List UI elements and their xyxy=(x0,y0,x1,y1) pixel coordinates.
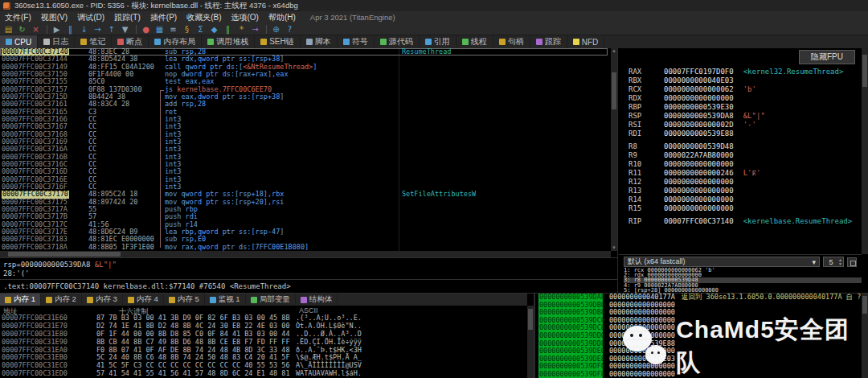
menu-item[interactable]: 跟踪(T) xyxy=(109,11,145,23)
register-row-rcx[interactable]: RCX0000000000000062'b' xyxy=(619,85,862,94)
titlebar: 360se13.1.6050.exe - PID: 5356 - 模块: ker… xyxy=(0,0,868,11)
menu-item[interactable]: 选项(O) xyxy=(226,11,263,23)
tab-struct[interactable]: 结构体 xyxy=(296,294,338,306)
register-row-r14[interactable]: R140000000000000000 xyxy=(619,195,862,204)
register-row-r11[interactable]: R110000000000000246L'Ɇ' xyxy=(619,169,862,178)
step-into-icon[interactable]: ↓ xyxy=(78,24,90,35)
handles-icon[interactable]: * xyxy=(235,24,248,35)
trace-icon[interactable]: → xyxy=(249,24,261,35)
threads-icon[interactable]: ‖ xyxy=(222,24,234,35)
tab-call-stack[interactable]: 调用堆栈 xyxy=(202,35,255,48)
disasm-vscroll-thumb[interactable] xyxy=(612,72,616,109)
register-row-r10[interactable]: R100000000000000000 xyxy=(619,160,862,169)
callconv-arg-row[interactable]: 5: [rsp+28] 0000000000000000 xyxy=(624,288,862,293)
scroll-up-icon[interactable]: ▲ xyxy=(611,48,617,54)
menu-item[interactable]: 收藏夹(B) xyxy=(182,11,226,23)
tab-notes[interactable]: 笔记 xyxy=(75,35,112,48)
pause-icon[interactable]: ‖ xyxy=(64,24,76,35)
dump-vscrollbar[interactable] xyxy=(527,306,534,378)
register-row-rsi[interactable]: RSI000000000000002D'-' xyxy=(619,121,862,129)
menu-item[interactable]: 插件(P) xyxy=(145,11,182,23)
callconv-selected: 默认 (x64 fastcall) xyxy=(628,257,686,267)
nfd-icon xyxy=(573,39,579,45)
stepper-arrows-icon[interactable]: ▲▼ xyxy=(838,258,843,266)
cpu-icon xyxy=(6,39,12,45)
tab-memory-1[interactable]: 内存 1 xyxy=(0,294,41,306)
stack-vscrollbar[interactable] xyxy=(862,294,868,378)
settings-icon[interactable]: ⊕ xyxy=(270,24,282,35)
lock-icon[interactable] xyxy=(847,257,857,267)
trace-icon xyxy=(536,39,542,45)
tab-memory-map[interactable]: 内存布局 xyxy=(149,35,202,48)
run-icon[interactable]: ▶ xyxy=(51,24,63,35)
stack-vscroll-thumb[interactable] xyxy=(862,296,867,314)
tab-script[interactable]: 脚本 xyxy=(301,35,338,48)
breakpoints-icon[interactable]: ● xyxy=(140,24,152,35)
menu-item[interactable]: 视图(V) xyxy=(36,11,72,23)
open-file-icon[interactable]: ▤ xyxy=(2,24,14,35)
register-row-rsp[interactable]: RSP0000000000539DA8&L"|" xyxy=(619,112,862,121)
disasm-row[interactable]: 00007FFC00C3718A48:8B05 1F3F1E00mov rax,… xyxy=(0,244,608,251)
stop-icon[interactable]: × xyxy=(30,24,42,35)
dump-row[interactable]: 00007FFC00C31ED057 41 54 41 55 41 56 41 … xyxy=(0,370,527,378)
tab-cpu[interactable]: CPU xyxy=(0,35,38,48)
tab-trace[interactable]: 跟踪 xyxy=(530,35,567,48)
tab-memory-3[interactable]: 内存 3 xyxy=(82,294,123,306)
arg-count-stepper[interactable]: 5 ▲▼ xyxy=(823,257,844,267)
info-line-address: .text:00007FFC00C37140 kernelbase.dll:$7… xyxy=(3,282,291,290)
script-icon[interactable]: § xyxy=(181,24,193,35)
step-over-icon[interactable]: → xyxy=(92,24,104,35)
run-to-user-code-icon[interactable]: ▼ xyxy=(119,24,131,35)
help-icon[interactable]: ? xyxy=(284,24,296,35)
tab-nfd[interactable]: NFD xyxy=(567,35,605,48)
restart-icon[interactable]: ↻ xyxy=(16,24,28,35)
register-vscroll-thumb[interactable] xyxy=(862,55,867,87)
tab-memory-2[interactable]: 内存 2 xyxy=(41,294,82,306)
register-pane: 隐藏FPU RAX00007FFC0197D0F0<kernel32.Resum… xyxy=(619,48,862,254)
tab-references[interactable]: 引用 xyxy=(420,35,457,48)
tab-source[interactable]: 源代码 xyxy=(375,35,420,48)
memory-4-icon xyxy=(128,297,134,303)
references-icon[interactable]: ◆ xyxy=(208,24,220,35)
disasm-hscroll-thumb[interactable] xyxy=(8,252,121,257)
symbols-icon[interactable]: Σ xyxy=(194,24,207,35)
stack-row[interactable]: 0000000000539DF80000000000000000 xyxy=(537,371,862,378)
call-stack-icon[interactable]: ≡ xyxy=(167,24,179,35)
register-row-r8[interactable]: R80000000000539D48 xyxy=(619,142,862,151)
tab-breakpoints[interactable]: 断点 xyxy=(112,35,149,48)
info-line-rsp: rsp=0000000000539DA8 &L"|" xyxy=(3,261,117,269)
menu-item[interactable]: 文件(F) xyxy=(0,11,36,23)
register-vscrollbar[interactable] xyxy=(862,48,868,254)
menu-item[interactable]: 调试(D) xyxy=(72,11,109,23)
menu-item[interactable]: 帮助(H) xyxy=(264,11,301,23)
disasm-hscrollbar[interactable] xyxy=(0,251,611,257)
register-row-rip[interactable]: RIP00007FFC00C37140<kernelbase.ResumeThr… xyxy=(619,217,862,226)
tab-memory-5[interactable]: 内存 5 xyxy=(164,294,205,306)
tab-seh-chain[interactable]: SEH链 xyxy=(255,35,301,48)
bottom-splitter[interactable] xyxy=(534,294,535,378)
register-row-r13[interactable]: R130000000000000000 xyxy=(619,187,862,195)
register-row-r12[interactable]: R120000000000000000 xyxy=(619,178,862,187)
register-row-rdi[interactable]: RDI0000000000539E88 xyxy=(619,129,862,138)
register-row-rbp[interactable]: RBP0000000000539E30 xyxy=(619,103,862,112)
callconv-select[interactable]: 默认 (x64 fastcall) ▾ xyxy=(624,257,820,267)
tab-symbols[interactable]: 符号 xyxy=(338,35,375,48)
dump-vscroll-thumb[interactable] xyxy=(528,309,533,330)
memory-map-icon[interactable]: ▦ xyxy=(154,24,166,35)
tab-locals[interactable]: 局部变量 xyxy=(246,294,296,306)
register-row-rdx[interactable]: RDX0000000000000000 xyxy=(619,94,862,103)
tab-log[interactable]: 日志 xyxy=(38,35,75,48)
step-out-icon[interactable]: ↑ xyxy=(105,24,117,35)
hide-fpu-button[interactable]: 隐藏FPU xyxy=(799,50,855,64)
register-row-r15[interactable]: R150000000000000000 xyxy=(619,204,862,213)
tab-memory-4[interactable]: 内存 4 xyxy=(123,294,164,306)
tab-watch-1[interactable]: 监视 1 xyxy=(205,294,246,306)
register-row-r9[interactable]: R90000022A7AB80000 xyxy=(619,151,862,160)
register-row-rbx[interactable]: RBX0000000000040E03 xyxy=(619,76,862,85)
main-splitter[interactable] xyxy=(617,48,618,293)
tab-handles[interactable]: 句柄 xyxy=(493,35,530,48)
scroll-down-icon[interactable]: ▼ xyxy=(611,245,617,251)
tab-threads[interactable]: 线程 xyxy=(457,35,493,48)
disasm-vscrollbar[interactable]: ▲ ▼ xyxy=(611,48,617,251)
register-row-rax[interactable]: RAX00007FFC0197D0F0<kernel32.ResumeThrea… xyxy=(619,68,862,76)
